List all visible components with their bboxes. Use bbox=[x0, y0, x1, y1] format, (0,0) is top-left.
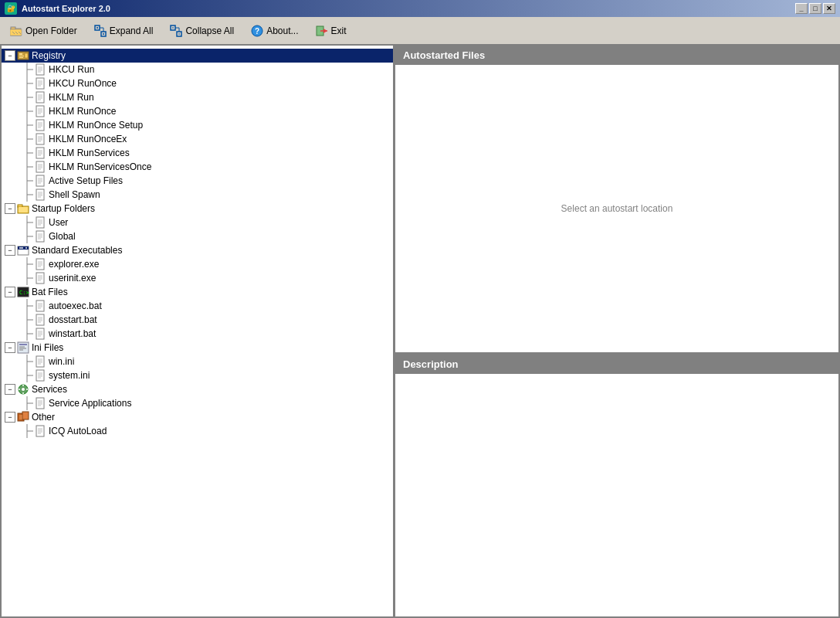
icon-hklm-runonce bbox=[34, 105, 46, 117]
files-content: Select an autostart location bbox=[395, 65, 838, 352]
collapse-all-button[interactable]: Collapse All bbox=[163, 20, 241, 42]
icon-hklm-runonce-setup bbox=[34, 119, 46, 131]
svg-rect-67 bbox=[36, 134, 44, 144]
tree-item-registry[interactable]: − Registry bbox=[2, 49, 393, 63]
tree-item-bat-files[interactable]: − C:> Bat Files bbox=[2, 285, 393, 299]
tree-panel[interactable]: − Registry HKCU Run bbox=[2, 46, 395, 616]
toggle-icon-startup-folders[interactable]: − bbox=[5, 203, 15, 214]
label-dosstart-bat: dosstart.bat bbox=[49, 314, 97, 325]
description-header: Description bbox=[395, 355, 838, 374]
tree-item-explorer-exe[interactable]: explorer.exe bbox=[2, 257, 393, 271]
label-registry: Registry bbox=[32, 50, 66, 61]
about-button[interactable]: ? About... bbox=[244, 20, 305, 42]
restore-button[interactable]: □ bbox=[809, 3, 821, 14]
expand-all-button[interactable]: Expand All bbox=[87, 20, 161, 42]
tree-item-active-setup-files[interactable]: Active Setup Files bbox=[2, 174, 393, 188]
tree-item-icq-autoload[interactable]: ICQ AutoLoad bbox=[2, 424, 393, 438]
open-folder-button[interactable]: Open Folder bbox=[3, 20, 84, 42]
tree-item-user[interactable]: User bbox=[2, 216, 393, 229]
svg-rect-120 bbox=[25, 247, 27, 249]
svg-rect-74 bbox=[36, 148, 44, 158]
icon-services bbox=[17, 383, 29, 396]
icon-hklm-runservices bbox=[34, 147, 46, 159]
svg-rect-139 bbox=[36, 301, 44, 311]
expand-all-label: Expand All bbox=[110, 25, 154, 36]
tree-item-hkcu-runonce[interactable]: HKCU RunOnce bbox=[2, 76, 393, 90]
icon-hkcu-run bbox=[34, 63, 46, 76]
tree-item-hklm-runservicesonce[interactable]: HKLM RunServicesOnce bbox=[2, 160, 393, 174]
toggle-icon-other[interactable]: − bbox=[5, 412, 15, 423]
tree-item-global[interactable]: Global bbox=[2, 229, 393, 243]
icon-shell-spawn bbox=[34, 188, 46, 201]
toggle-icon-standard-executables[interactable]: − bbox=[5, 245, 15, 256]
label-explorer-exe: explorer.exe bbox=[49, 259, 99, 270]
tree-item-hklm-runservices[interactable]: HKLM RunServices bbox=[2, 146, 393, 160]
svg-rect-123 bbox=[36, 259, 44, 270]
icon-hklm-run bbox=[34, 91, 46, 104]
svg-rect-158 bbox=[18, 342, 29, 353]
tree-item-hklm-runonce-setup[interactable]: HKLM RunOnce Setup bbox=[2, 118, 393, 132]
label-userinit-exe: userinit.exe bbox=[49, 273, 96, 284]
svg-rect-88 bbox=[36, 175, 44, 186]
icon-userinit-exe bbox=[34, 272, 46, 284]
tree-item-other[interactable]: − Other bbox=[2, 410, 393, 424]
svg-point-178 bbox=[22, 388, 25, 391]
icon-user bbox=[34, 216, 46, 229]
icon-bat-files: C:> bbox=[17, 286, 29, 298]
label-hklm-runservicesonce: HKLM RunServicesOnce bbox=[49, 161, 151, 172]
tree-item-ini-files[interactable]: − Ini Files bbox=[2, 341, 393, 355]
svg-rect-195 bbox=[36, 426, 44, 436]
description-content bbox=[395, 374, 838, 616]
svg-rect-95 bbox=[36, 189, 44, 200]
tree-item-shell-spawn[interactable]: Shell Spawn bbox=[2, 188, 393, 202]
tree-item-autoexec-bat[interactable]: autoexec.bat bbox=[2, 299, 393, 313]
label-bat-files: Bat Files bbox=[32, 287, 68, 297]
icon-service-applications bbox=[34, 397, 46, 409]
toggle-icon-bat-files[interactable]: − bbox=[5, 287, 15, 297]
svg-rect-46 bbox=[36, 92, 44, 103]
label-hklm-runonce: HKLM RunOnce bbox=[49, 106, 116, 117]
svg-rect-130 bbox=[36, 273, 44, 284]
tree-item-service-applications[interactable]: Service Applications bbox=[2, 396, 393, 410]
autostart-files-header: Autostarted Files bbox=[395, 46, 838, 65]
collapse-all-label: Collapse All bbox=[185, 25, 234, 36]
tree-item-win-ini[interactable]: win.ini bbox=[2, 355, 393, 368]
toggle-icon-registry[interactable]: − bbox=[5, 50, 15, 61]
tree-item-hkcu-run[interactable]: HKCU Run bbox=[2, 63, 393, 76]
svg-rect-26 bbox=[19, 53, 22, 55]
tree-item-userinit-exe[interactable]: userinit.exe bbox=[2, 271, 393, 285]
icon-active-setup-files bbox=[34, 175, 46, 187]
label-win-ini: win.ini bbox=[49, 356, 74, 367]
label-global: Global bbox=[49, 231, 76, 242]
label-hkcu-runonce: HKCU RunOnce bbox=[49, 78, 117, 89]
label-services: Services bbox=[32, 384, 67, 395]
minimize-button[interactable]: _ bbox=[795, 3, 808, 14]
tree-item-services[interactable]: − Services bbox=[2, 382, 393, 396]
close-button[interactable]: ✕ bbox=[823, 3, 835, 14]
svg-rect-27 bbox=[19, 56, 24, 56]
expand-all-icon bbox=[94, 25, 107, 37]
icon-other bbox=[17, 411, 29, 423]
icon-explorer-exe bbox=[34, 258, 46, 270]
label-shell-spawn: Shell Spawn bbox=[49, 189, 100, 200]
tree-item-winstart-bat[interactable]: winstart.bat bbox=[2, 327, 393, 341]
window-title: Autostart Explorer 2.0 bbox=[22, 4, 110, 13]
tree-item-hklm-runonce[interactable]: HKLM RunOnce bbox=[2, 104, 393, 118]
label-service-applications: Service Applications bbox=[49, 398, 131, 409]
label-startup-folders: Startup Folders bbox=[32, 203, 95, 214]
tree-item-hklm-run[interactable]: HKLM Run bbox=[2, 90, 393, 104]
tree-item-system-ini[interactable]: system.ini bbox=[2, 368, 393, 382]
tree-item-hklm-runonceex[interactable]: HKLM RunOnceEx bbox=[2, 132, 393, 146]
tree-item-startup-folders[interactable]: − Startup Folders bbox=[2, 202, 393, 216]
toggle-icon-services[interactable]: − bbox=[5, 384, 15, 395]
exit-button[interactable]: Exit bbox=[309, 20, 354, 42]
tree-item-dosstart-bat[interactable]: dosstart.bat bbox=[2, 313, 393, 327]
label-autoexec-bat: autoexec.bat bbox=[49, 301, 102, 311]
icon-winstart-bat bbox=[34, 328, 46, 340]
open-folder-icon bbox=[10, 25, 22, 37]
toggle-icon-ini-files[interactable]: − bbox=[5, 342, 15, 353]
icon-dosstart-bat bbox=[34, 314, 46, 326]
tree-item-standard-executables[interactable]: − Standard Executables bbox=[2, 243, 393, 257]
label-hklm-runservices: HKLM RunServices bbox=[49, 148, 130, 158]
open-folder-label: Open Folder bbox=[25, 25, 77, 36]
